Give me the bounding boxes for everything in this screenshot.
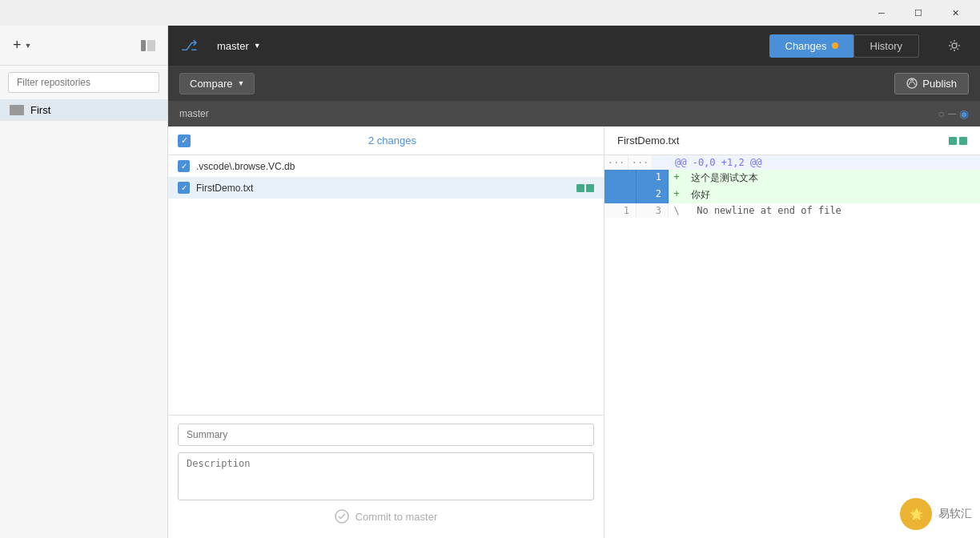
branch-bar: master ○ ─ ◉ bbox=[168, 101, 980, 126]
added-content-1: 这个是测试文本 bbox=[685, 170, 980, 187]
tab-group: Changes History bbox=[769, 34, 920, 58]
file-status-firstdemo bbox=[576, 184, 594, 192]
split-pane: 2 changes .vscode\.browse.VC.db FirstDem… bbox=[168, 126, 980, 538]
main-content: ⎇ master ▼ Changes History bbox=[168, 26, 980, 538]
diff-context-row: 1 3 \ No newline at end of file bbox=[604, 203, 980, 218]
close-button[interactable]: ✕ bbox=[937, 0, 974, 26]
top-bar: ⎇ master ▼ Changes History bbox=[168, 26, 980, 66]
current-branch-name: master bbox=[179, 108, 209, 119]
diff-status-icons bbox=[949, 137, 967, 145]
changes-tab-label: Changes bbox=[785, 40, 827, 52]
add-dropdown-icon: ▼ bbox=[25, 42, 32, 50]
restore-button[interactable]: ☐ bbox=[900, 0, 937, 26]
add-repository-button[interactable]: + ▼ bbox=[8, 34, 36, 57]
publish-label: Publish bbox=[922, 78, 957, 90]
changes-tab[interactable]: Changes bbox=[769, 34, 854, 58]
commit-check-icon bbox=[335, 509, 349, 524]
new-line-num-1: 1 bbox=[637, 170, 669, 187]
history-tab[interactable]: History bbox=[853, 34, 919, 58]
watermark-logo: 🌟 bbox=[900, 498, 932, 530]
added-sign-2: + bbox=[669, 187, 685, 203]
sync-in-icon: ◉ bbox=[959, 107, 969, 120]
svg-point-2 bbox=[952, 43, 957, 48]
sync-status: ○ ─ ◉ bbox=[938, 107, 969, 120]
file-list-header: 2 changes bbox=[168, 126, 604, 155]
changes-dot bbox=[832, 42, 838, 49]
sync-separator: ─ bbox=[948, 107, 956, 120]
old-line-num-1 bbox=[604, 170, 637, 187]
ellipsis-old: ··· bbox=[604, 155, 629, 170]
commit-area: Commit to master bbox=[168, 415, 604, 538]
filter-repositories-input[interactable] bbox=[8, 72, 159, 93]
diff-filename: FirstDemo.txt bbox=[617, 134, 679, 147]
sidebar: + ▼ First bbox=[0, 26, 168, 538]
diff-header: FirstDemo.txt bbox=[604, 126, 980, 155]
hunk-header-text: @@ -0,0 +1,2 @@ bbox=[669, 155, 980, 170]
watermark: 🌟 易软汇 bbox=[900, 498, 972, 530]
repo-name: First bbox=[30, 104, 50, 116]
context-sign: \ bbox=[669, 203, 685, 218]
status-modified-icon bbox=[586, 184, 594, 192]
summary-input[interactable] bbox=[178, 424, 594, 446]
app-body: + ▼ First ⎇ master ▼ bbox=[0, 26, 980, 538]
svg-rect-0 bbox=[141, 40, 146, 51]
branch-selector[interactable]: master ▼ bbox=[211, 37, 267, 55]
gear-icon bbox=[948, 39, 961, 52]
commit-label: Commit to master bbox=[355, 511, 438, 523]
file-item-vscode[interactable]: .vscode\.browse.VC.db bbox=[168, 155, 604, 177]
file-checkbox-vscode[interactable] bbox=[178, 160, 190, 172]
plus-icon: + bbox=[13, 37, 22, 54]
compare-dropdown-icon: ▼ bbox=[237, 79, 244, 87]
new-line-num-2: 2 bbox=[637, 187, 669, 203]
old-line-num-ctx: 1 bbox=[604, 203, 637, 218]
diff-pane: FirstDemo.txt ··· ··· @@ -0,0 +1,2 @@ bbox=[604, 126, 980, 538]
commit-button[interactable]: Commit to master bbox=[178, 503, 594, 530]
history-tab-label: History bbox=[870, 40, 902, 52]
repo-icon bbox=[10, 105, 24, 115]
diff-added-row-1: 1 + 这个是测试文本 bbox=[604, 170, 980, 187]
action-bar: Compare ▼ Publish bbox=[168, 66, 980, 101]
panel-toggle-button[interactable] bbox=[137, 34, 159, 57]
settings-button[interactable] bbox=[942, 33, 967, 58]
select-all-checkbox[interactable] bbox=[178, 134, 191, 147]
hunk-sign bbox=[653, 155, 669, 170]
minimize-button[interactable]: ─ bbox=[863, 0, 900, 26]
publish-icon bbox=[906, 78, 918, 89]
compare-button[interactable]: Compare ▼ bbox=[179, 73, 255, 94]
sidebar-toolbar: + ▼ bbox=[0, 26, 167, 66]
diff-modified-icon bbox=[959, 137, 967, 145]
diff-content: ··· ··· @@ -0,0 +1,2 @@ 1 + 这个是测试文本 bbox=[604, 155, 980, 538]
panel-icon bbox=[141, 40, 155, 51]
watermark-logo-text: 🌟 bbox=[910, 508, 923, 520]
diff-added-row-2: 2 + 你好 bbox=[604, 187, 980, 203]
file-name-vscode: .vscode\.browse.VC.db bbox=[196, 161, 594, 172]
changes-count: 2 changes bbox=[368, 134, 416, 147]
svg-rect-1 bbox=[147, 40, 155, 51]
old-line-num-2 bbox=[604, 187, 637, 203]
added-sign-1: + bbox=[669, 170, 685, 187]
branch-dropdown-icon: ▼ bbox=[254, 42, 261, 50]
branch-name: master bbox=[217, 40, 249, 52]
file-name-firstdemo: FirstDemo.txt bbox=[196, 183, 570, 194]
repository-item-first[interactable]: First bbox=[0, 99, 167, 121]
diff-added-icon bbox=[949, 137, 957, 145]
file-list-pane: 2 changes .vscode\.browse.VC.db FirstDem… bbox=[168, 126, 604, 538]
sync-out-icon: ○ bbox=[938, 107, 945, 120]
watermark-brand-text: 易软汇 bbox=[938, 507, 972, 521]
compare-label: Compare bbox=[190, 78, 232, 90]
git-icon: ⎇ bbox=[181, 37, 198, 54]
status-added-icon bbox=[576, 184, 584, 192]
description-input[interactable] bbox=[178, 452, 594, 500]
context-content: No newline at end of file bbox=[685, 203, 980, 218]
new-line-num-ctx: 3 bbox=[637, 203, 669, 218]
publish-button[interactable]: Publish bbox=[894, 73, 969, 94]
added-content-2: 你好 bbox=[685, 187, 980, 203]
file-items: .vscode\.browse.VC.db FirstDemo.txt bbox=[168, 155, 604, 415]
diff-hunk-header-row: ··· ··· @@ -0,0 +1,2 @@ bbox=[604, 155, 980, 170]
file-item-firstdemo[interactable]: FirstDemo.txt bbox=[168, 177, 604, 199]
ellipsis-new: ··· bbox=[629, 155, 653, 170]
file-checkbox-firstdemo[interactable] bbox=[178, 182, 190, 194]
title-bar: ─ ☐ ✕ bbox=[0, 0, 980, 26]
